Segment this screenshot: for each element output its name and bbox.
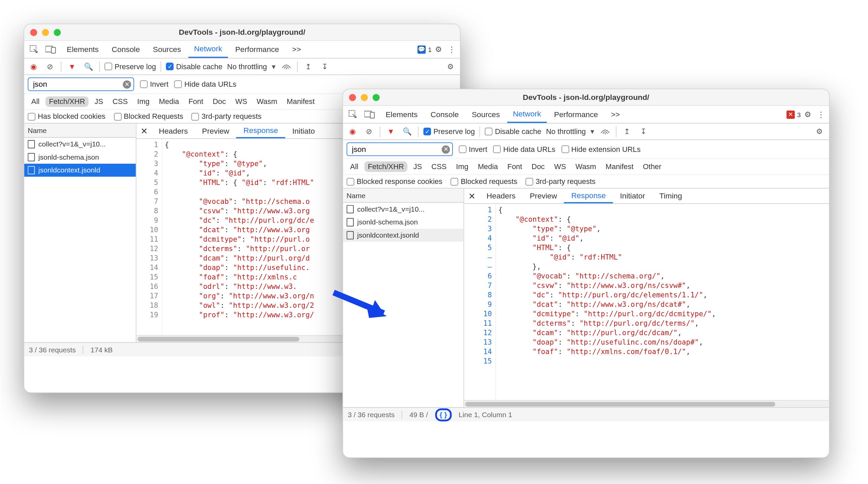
network-conditions-icon[interactable]	[599, 126, 611, 137]
device-toolbar-icon[interactable]	[362, 110, 377, 119]
type-font[interactable]: Font	[504, 161, 526, 172]
tab-sources[interactable]: Sources	[147, 41, 187, 58]
filter-input[interactable]	[32, 79, 121, 89]
clear-filter-icon[interactable]: ✕	[442, 145, 450, 154]
settings-icon[interactable]: ⚙	[433, 44, 444, 55]
minimize-window-icon[interactable]	[361, 94, 368, 101]
more-tabs-button[interactable]: >>	[605, 106, 626, 123]
tab-console[interactable]: Console	[425, 106, 465, 123]
request-row[interactable]: collect?v=1&_v=j10...	[24, 138, 136, 151]
detail-tab-timing[interactable]: Timing	[652, 189, 689, 204]
clear-filter-icon[interactable]: ✕	[123, 80, 131, 88]
tab-performance[interactable]: Performance	[229, 41, 285, 58]
preserve-log-checkbox[interactable]: Preserve log	[105, 62, 156, 71]
record-icon[interactable]: ◉	[28, 60, 39, 72]
request-row[interactable]: jsonldcontext.jsonld	[24, 164, 136, 177]
filter-input[interactable]	[351, 144, 439, 154]
more-tabs-button[interactable]: >>	[286, 41, 307, 58]
kebab-menu-icon[interactable]: ⋮	[815, 108, 827, 120]
minimize-window-icon[interactable]	[42, 29, 49, 36]
import-icon[interactable]: ↥	[621, 126, 633, 137]
type-manifest[interactable]: Manifest	[283, 96, 318, 107]
third-party-checkbox[interactable]: 3rd-party requests	[192, 112, 261, 121]
kebab-menu-icon[interactable]: ⋮	[446, 44, 458, 55]
clear-icon[interactable]: ⊘	[363, 126, 375, 137]
search-icon[interactable]: 🔍	[402, 126, 413, 137]
close-detail-icon[interactable]: ✕	[464, 191, 480, 200]
hide-data-urls-checkbox[interactable]: Hide data URLs	[493, 145, 555, 154]
inspect-icon[interactable]	[27, 45, 42, 54]
tab-network[interactable]: Network	[188, 41, 228, 58]
type-js[interactable]: JS	[410, 161, 426, 172]
horizontal-scrollbar[interactable]	[464, 400, 829, 407]
name-column-header[interactable]: Name	[24, 124, 136, 138]
disable-cache-checkbox[interactable]: ✓Disable cache	[166, 62, 222, 71]
type-js[interactable]: JS	[91, 96, 107, 107]
preserve-log-checkbox[interactable]: ✓Preserve log	[423, 127, 475, 136]
type-fetchxhr[interactable]: Fetch/XHR	[364, 161, 407, 172]
type-doc[interactable]: Doc	[209, 96, 229, 107]
tab-elements[interactable]: Elements	[61, 41, 105, 58]
inspect-icon[interactable]	[345, 110, 361, 119]
network-conditions-icon[interactable]	[281, 60, 292, 72]
detail-tab-preview[interactable]: Preview	[195, 124, 236, 138]
detail-tab-response[interactable]: Response	[236, 124, 285, 138]
type-css[interactable]: CSS	[428, 161, 450, 172]
network-settings-icon[interactable]: ⚙	[814, 126, 826, 137]
settings-icon[interactable]: ⚙	[802, 108, 814, 120]
type-wasm[interactable]: Wasm	[253, 96, 281, 107]
close-detail-icon[interactable]: ✕	[136, 126, 152, 136]
clear-icon[interactable]: ⊘	[44, 60, 56, 72]
request-row[interactable]: jsonldcontext.jsonld	[343, 229, 463, 242]
chevron-down-icon[interactable]: ▾	[590, 127, 595, 136]
type-fetchxhr[interactable]: Fetch/XHR	[46, 96, 89, 107]
type-ws[interactable]: WS	[232, 96, 251, 107]
type-css[interactable]: CSS	[109, 96, 131, 107]
tab-network[interactable]: Network	[507, 106, 547, 123]
request-row[interactable]: jsonld-schema.json	[24, 151, 136, 164]
filter-icon[interactable]: ▼	[385, 126, 397, 137]
type-doc[interactable]: Doc	[528, 161, 548, 172]
request-row[interactable]: jsonld-schema.json	[343, 216, 463, 229]
pretty-print-button[interactable]: { }	[435, 408, 452, 421]
maximize-window-icon[interactable]	[54, 29, 61, 36]
throttling-select[interactable]: No throttling	[227, 62, 267, 71]
import-icon[interactable]: ↥	[302, 60, 314, 72]
maximize-window-icon[interactable]	[373, 94, 380, 101]
throttling-select[interactable]: No throttling	[546, 127, 586, 136]
detail-tab-initiator[interactable]: Initiato	[285, 124, 321, 138]
code-content[interactable]: { "@context": { "type": "@type", "id": "…	[496, 204, 829, 400]
name-column-header[interactable]: Name	[343, 189, 463, 203]
hide-ext-urls-checkbox[interactable]: Hide extension URLs	[561, 145, 640, 154]
export-icon[interactable]: ↧	[638, 126, 649, 137]
blocked-requests-checkbox[interactable]: Blocked Requests	[114, 112, 183, 121]
type-manifest[interactable]: Manifest	[602, 161, 637, 172]
issues-badge[interactable]: ✕3	[786, 110, 801, 119]
detail-tab-headers[interactable]: Headers	[480, 189, 523, 204]
third-party-checkbox[interactable]: 3rd-party requests	[526, 177, 596, 186]
type-media[interactable]: Media	[155, 96, 183, 107]
search-icon[interactable]: 🔍	[83, 60, 94, 72]
type-media[interactable]: Media	[474, 161, 501, 172]
type-wasm[interactable]: Wasm	[572, 161, 600, 172]
disable-cache-checkbox[interactable]: Disable cache	[485, 127, 541, 136]
blocked-response-cookies-checkbox[interactable]: Blocked response cookies	[347, 177, 442, 186]
export-icon[interactable]: ↧	[319, 60, 331, 72]
detail-tab-response[interactable]: Response	[564, 189, 613, 204]
type-font[interactable]: Font	[185, 96, 207, 107]
hide-data-urls-checkbox[interactable]: Hide data URLs	[174, 80, 236, 88]
invert-checkbox[interactable]: Invert	[459, 145, 488, 154]
filter-icon[interactable]: ▼	[66, 60, 78, 72]
has-blocked-cookies-checkbox[interactable]: Has blocked cookies	[28, 112, 106, 121]
type-img[interactable]: Img	[453, 161, 472, 172]
blocked-requests-checkbox[interactable]: Blocked requests	[451, 177, 517, 186]
tab-elements[interactable]: Elements	[380, 106, 424, 123]
close-window-icon[interactable]	[349, 94, 356, 101]
type-other[interactable]: Other	[639, 161, 665, 172]
tab-sources[interactable]: Sources	[466, 106, 506, 123]
tab-performance[interactable]: Performance	[548, 106, 604, 123]
device-toolbar-icon[interactable]	[43, 45, 59, 54]
type-img[interactable]: Img	[134, 96, 153, 107]
chevron-down-icon[interactable]: ▾	[272, 62, 276, 71]
detail-tab-headers[interactable]: Headers	[152, 124, 195, 138]
